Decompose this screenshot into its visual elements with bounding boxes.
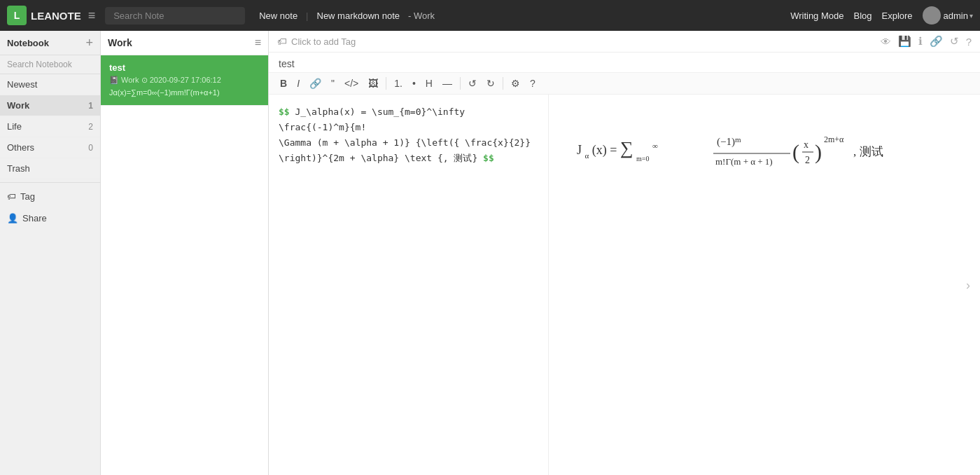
user-menu-dropdown-icon[interactable]: ▾ bbox=[969, 12, 973, 20]
sidebar-item-newest[interactable]: Newest bbox=[0, 74, 100, 95]
math-open-delimiter: $$ bbox=[279, 106, 290, 117]
svg-text:): ) bbox=[815, 140, 822, 164]
search-notebook-input[interactable] bbox=[0, 55, 100, 74]
sidebar-item-others-count: 0 bbox=[88, 143, 93, 153]
note-list-sort-icon[interactable]: ≡ bbox=[255, 36, 261, 49]
note-title: test bbox=[279, 58, 295, 69]
tag-label: Tag bbox=[20, 191, 35, 202]
search-note-input[interactable] bbox=[105, 7, 245, 25]
editor-code-pane[interactable]: $$ J_\alpha(x) = \sum_{m=0}^\infty \frac… bbox=[269, 95, 549, 475]
sidebar-header: Notebook + bbox=[0, 31, 100, 55]
sidebar-item-work-count: 1 bbox=[88, 101, 93, 111]
format-unordered-list-button[interactable]: • bbox=[408, 76, 420, 91]
editor-area: 🏷 Click to add Tag 👁 💾 ℹ 🔗 ↺ ? test B I … bbox=[269, 31, 980, 475]
note-card-meta: 📓 Work ⊙ 2020-09-27 17:06:12 bbox=[109, 76, 260, 85]
admin-label[interactable]: admin bbox=[944, 11, 968, 21]
sidebar-item-others-label: Others bbox=[7, 142, 34, 153]
hamburger-icon[interactable]: ≡ bbox=[88, 8, 96, 23]
sidebar-item-trash[interactable]: Trash bbox=[0, 158, 100, 179]
sidebar-item-others[interactable]: Others 0 bbox=[0, 137, 100, 158]
svg-text:(−1)m: (−1)m bbox=[717, 135, 741, 148]
format-settings-button[interactable]: ⚙ bbox=[507, 76, 524, 91]
svg-text:2: 2 bbox=[805, 155, 810, 165]
sidebar-item-newest-label: Newest bbox=[7, 79, 37, 90]
format-quote-button[interactable]: " bbox=[327, 76, 339, 91]
writing-mode-button[interactable]: Writing Mode bbox=[790, 11, 844, 21]
math-close-delimiter: $$ bbox=[483, 153, 494, 163]
format-redo-button[interactable]: ↻ bbox=[482, 76, 499, 91]
editor-title-bar: test bbox=[269, 53, 980, 73]
new-markdown-note-button[interactable]: New markdown note bbox=[312, 8, 406, 24]
link-copy-icon[interactable]: 🔗 bbox=[930, 35, 943, 48]
svg-text:x: x bbox=[804, 139, 808, 150]
new-note-button[interactable]: New note bbox=[253, 8, 303, 24]
editor-preview-pane: J α (x) = ∑ m=0 ∞ bbox=[549, 95, 980, 475]
format-help-button[interactable]: ? bbox=[526, 76, 540, 91]
format-code-button[interactable]: </> bbox=[340, 76, 363, 91]
editor-top-icons: 👁 💾 ℹ 🔗 ↺ ? bbox=[881, 35, 972, 48]
info-icon[interactable]: ℹ bbox=[918, 35, 923, 48]
note-list-header: Work ≡ bbox=[101, 31, 268, 55]
editor-tag-bar: 🏷 Click to add Tag 👁 💾 ℹ 🔗 ↺ ? bbox=[269, 31, 980, 53]
math-formula-rendered: J α (x) = ∑ m=0 ∞ bbox=[570, 123, 959, 182]
sidebar-item-life-label: Life bbox=[7, 121, 22, 132]
format-ordered-list-button[interactable]: 1. bbox=[390, 76, 407, 91]
tag-add-icon: 🏷 bbox=[277, 36, 287, 47]
logo-text: LEANOTE bbox=[31, 10, 81, 22]
format-rule-button[interactable]: — bbox=[438, 76, 456, 91]
share-label: Share bbox=[22, 213, 47, 223]
format-bold-button[interactable]: B bbox=[276, 76, 291, 91]
svg-text:(: ( bbox=[792, 140, 799, 164]
format-separator-3 bbox=[503, 77, 503, 90]
sidebar-item-trash-label: Trash bbox=[7, 163, 30, 174]
note-meta-notebook: Work bbox=[121, 76, 139, 84]
note-context-label: - Work bbox=[408, 11, 435, 21]
avatar[interactable] bbox=[923, 6, 941, 25]
note-card-title: test bbox=[109, 62, 260, 73]
note-list: Work ≡ test 📓 Work ⊙ 2020-09-27 17:06:12… bbox=[101, 31, 269, 475]
format-image-button[interactable]: 🖼 bbox=[364, 76, 382, 91]
app-logo: L LEANOTE bbox=[7, 6, 81, 25]
share-icon: 👤 bbox=[7, 213, 18, 223]
tag-placeholder-text[interactable]: Click to add Tag bbox=[291, 36, 356, 47]
svg-text:2m+α: 2m+α bbox=[824, 135, 844, 144]
separator: | bbox=[306, 11, 308, 21]
note-card-preview: Jα(x)=∑m=0∞(−1)mm!Γ(m+α+1) bbox=[109, 88, 260, 98]
editor-format-bar: B I 🔗 " </> 🖼 1. • H — ↺ ↻ ⚙ ? bbox=[269, 73, 980, 95]
pane-toggle-button[interactable]: › bbox=[962, 273, 974, 296]
format-separator-2 bbox=[460, 77, 461, 90]
tag-icon: 🏷 bbox=[7, 191, 16, 202]
format-link-button[interactable]: 🔗 bbox=[305, 76, 326, 91]
notebook-section-label: Notebook bbox=[7, 38, 49, 48]
top-navigation: L LEANOTE ≡ New note | New markdown note… bbox=[0, 0, 980, 31]
format-undo-button[interactable]: ↺ bbox=[464, 76, 481, 91]
svg-text:,  测试: , 测试 bbox=[853, 145, 883, 158]
add-notebook-button[interactable]: + bbox=[85, 36, 93, 49]
history-icon[interactable]: ↺ bbox=[950, 35, 959, 48]
explore-link[interactable]: Explore bbox=[882, 11, 913, 21]
svg-text:J
              α
            : J α (x) = ∑ m=0 ∞ bbox=[577, 138, 658, 164]
format-italic-button[interactable]: I bbox=[293, 76, 304, 91]
note-list-title: Work bbox=[108, 37, 132, 48]
sidebar-tag-section[interactable]: 🏷 Tag bbox=[0, 186, 100, 207]
sidebar-item-life-count: 2 bbox=[88, 122, 93, 132]
sidebar-divider bbox=[0, 182, 100, 183]
sidebar: Notebook + Newest Work 1 Life 2 Others 0… bbox=[0, 31, 101, 475]
save-icon[interactable]: 💾 bbox=[898, 35, 911, 48]
logo-icon: L bbox=[7, 6, 27, 25]
blog-link[interactable]: Blog bbox=[853, 11, 872, 21]
format-heading-button[interactable]: H bbox=[421, 76, 437, 91]
preview-icon[interactable]: 👁 bbox=[881, 36, 891, 48]
main-area: Notebook + Newest Work 1 Life 2 Others 0… bbox=[0, 31, 980, 475]
note-meta-date: 2020-09-27 17:06:12 bbox=[150, 76, 221, 84]
editor-body: $$ J_\alpha(x) = \sum_{m=0}^\infty \frac… bbox=[269, 95, 980, 475]
format-separator-1 bbox=[386, 77, 386, 90]
sidebar-item-work-label: Work bbox=[7, 100, 29, 111]
note-card-0[interactable]: test 📓 Work ⊙ 2020-09-27 17:06:12 Jα(x)=… bbox=[101, 55, 268, 106]
sidebar-item-life[interactable]: Life 2 bbox=[0, 116, 100, 137]
note-meta-icon: 📓 bbox=[109, 76, 119, 84]
sidebar-item-work[interactable]: Work 1 bbox=[0, 95, 100, 116]
sidebar-share-section[interactable]: 👤 Share bbox=[0, 207, 100, 229]
svg-text:m!Γ(m + α + 1): m!Γ(m + α + 1) bbox=[715, 156, 773, 167]
help-icon[interactable]: ? bbox=[966, 36, 972, 48]
